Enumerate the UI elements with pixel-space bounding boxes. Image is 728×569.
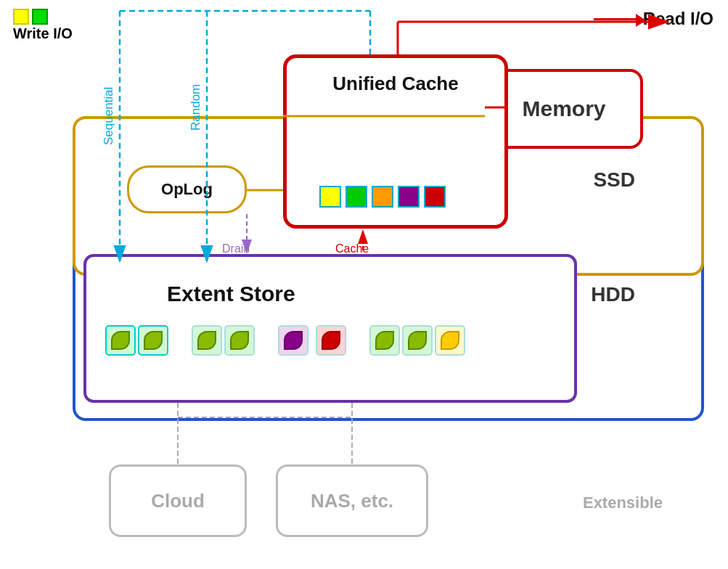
memory-label: Memory	[522, 97, 605, 121]
unified-cache-label: Unified Cache	[312, 73, 479, 95]
oplog-label: OpLog	[161, 180, 213, 199]
cache-sq-orange	[372, 186, 393, 208]
extent-icon-5	[278, 325, 308, 356]
extent-icons-row	[105, 325, 465, 356]
ssd-label: SSD	[593, 168, 635, 192]
extent-icon-1	[105, 325, 136, 356]
extent-icon-3	[192, 325, 222, 356]
write-square-yellow	[13, 9, 29, 25]
extent-icon-7	[369, 325, 400, 356]
extent-icon-6	[316, 325, 346, 356]
nas-box: NAS, etc.	[276, 464, 428, 537]
cache-sq-yellow	[319, 186, 341, 208]
extent-icon-9	[435, 325, 465, 356]
hdd-label: HDD	[591, 283, 635, 306]
read-io-area: Read I/O	[594, 9, 713, 29]
extensible-label: Extensible	[583, 494, 663, 512]
write-square-green	[32, 9, 48, 25]
extent-icon-4	[224, 325, 255, 356]
extent-store-label: Extent Store	[167, 282, 295, 306]
read-io-arrow-line	[594, 18, 637, 20]
oplog-box: OpLog	[127, 165, 247, 213]
diagram: Write I/O Read I/O HDD SSD Memory Unifie…	[0, 0, 728, 569]
extent-group-1	[105, 325, 168, 356]
read-io-label: Read I/O	[643, 9, 713, 29]
extent-icon-2	[138, 325, 168, 356]
cloud-box: Cloud	[109, 464, 247, 537]
write-io-squares	[13, 9, 48, 25]
extent-group-3	[369, 325, 465, 356]
cache-label-text: Cache	[335, 242, 369, 255]
cache-sq-purple	[398, 186, 420, 208]
cache-sq-red	[424, 186, 446, 208]
cache-sq-green	[345, 186, 367, 208]
extent-group-2	[192, 325, 255, 356]
cache-squares	[319, 186, 446, 208]
drain-label: Drain	[222, 242, 250, 255]
extent-icon-8	[402, 325, 433, 356]
cloud-label: Cloud	[151, 490, 205, 512]
write-io-label: Write I/O	[13, 25, 73, 42]
read-io-arrowhead	[636, 14, 646, 27]
memory-box: Memory	[485, 69, 643, 149]
nas-label: NAS, etc.	[311, 490, 393, 512]
